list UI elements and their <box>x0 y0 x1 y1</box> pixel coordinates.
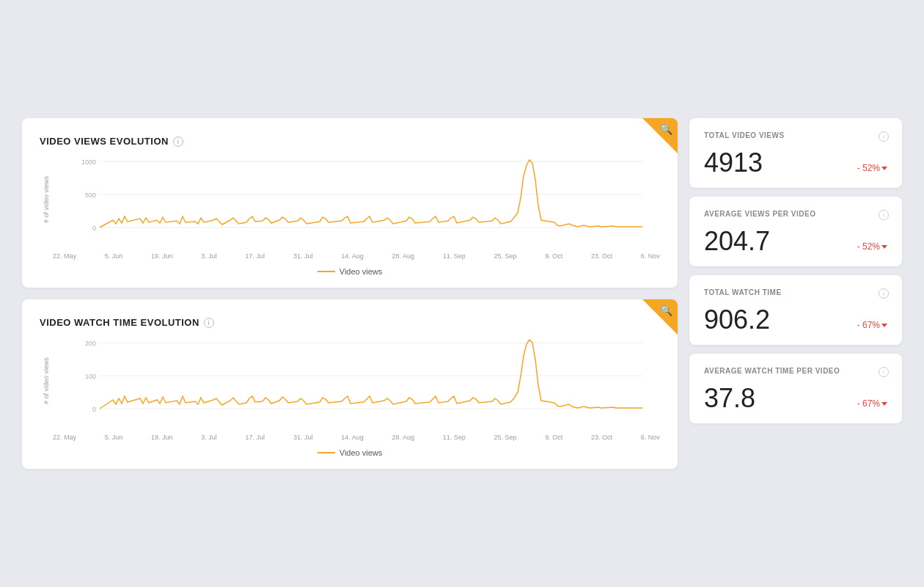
chart-svg-watch: 200 100 0 <box>53 335 660 431</box>
stat-change-total-watch: - 67% <box>857 320 887 330</box>
y-axis-label-watch: # of video views <box>40 335 50 426</box>
stat-label-total-watch: TOTAL WATCH TIME <box>704 288 887 296</box>
x-label: 14. Aug <box>341 252 364 260</box>
chart-title-watch-text: VIDEO WATCH TIME EVOLUTION <box>40 317 199 328</box>
svg-text:200: 200 <box>85 340 96 347</box>
x-label: 22. May <box>53 434 76 441</box>
legend-label-views: Video views <box>340 267 383 276</box>
video-watch-time-card: VIDEO WATCH TIME EVOLUTION i 🔍 # of vide… <box>22 299 678 469</box>
search-icon-views: 🔍 <box>660 123 672 135</box>
stat-change-text-avg-views: - 52% <box>857 241 880 252</box>
stat-card-avg-watch: AVERAGE WATCH TIME PER VIDEO i 37.8 - 67… <box>689 354 902 423</box>
stat-value-avg-views: 204.7 <box>704 228 770 255</box>
right-panel: TOTAL VIDEO VIEWS i 4913 - 52% AVERAGE V… <box>689 118 902 469</box>
stat-value-total-watch: 906.2 <box>704 307 770 333</box>
svg-text:100: 100 <box>85 373 96 380</box>
x-label: 5. Jun <box>105 434 123 441</box>
video-views-card: VIDEO VIEWS EVOLUTION i 🔍 # of video vie… <box>22 118 678 288</box>
svg-text:0: 0 <box>92 225 96 232</box>
legend-line-icon <box>318 271 335 272</box>
stat-change-text-avg-watch: - 67% <box>857 398 880 409</box>
svg-text:0: 0 <box>92 406 96 413</box>
chart-legend-watch: Video views <box>40 448 660 457</box>
x-label: 5. Jun <box>105 252 123 260</box>
x-label: 3. Jul <box>201 252 217 260</box>
triangle-down-icon-avg <box>881 245 887 249</box>
y-axis-label-views: # of video views <box>40 154 50 245</box>
stat-card-total-watch: TOTAL WATCH TIME i 906.2 - 67% <box>689 275 902 345</box>
x-label: 23. Oct <box>591 434 612 441</box>
x-label: 6. Nov <box>641 252 660 260</box>
x-label: 9. Oct <box>545 252 562 260</box>
stat-info-icon-total-views[interactable]: i <box>879 131 889 142</box>
chart-inner-watch: 200 100 0 22. May 5. Jun 19. Jun 3. Jul … <box>53 335 660 441</box>
svg-text:500: 500 <box>85 192 96 199</box>
stat-info-icon-total-watch[interactable]: i <box>879 288 889 299</box>
stat-row-avg-views: 204.7 - 52% <box>704 228 887 255</box>
chart-title-views: VIDEO VIEWS EVOLUTION i <box>40 136 660 147</box>
x-axis-labels-watch: 22. May 5. Jun 19. Jun 3. Jul 17. Jul 31… <box>53 432 660 441</box>
chart-info-icon-views[interactable]: i <box>173 136 183 147</box>
x-label: 6. Nov <box>641 434 660 441</box>
stat-change-total-views: - 52% <box>857 163 887 173</box>
x-label: 25. Sep <box>494 434 517 441</box>
svg-text:1000: 1000 <box>81 158 96 166</box>
stat-label-avg-watch: AVERAGE WATCH TIME PER VIDEO <box>704 367 887 375</box>
chart-area-watch: # of video views 200 100 0 <box>40 335 660 457</box>
x-label: 11. Sep <box>443 252 466 260</box>
x-label: 28. Aug <box>392 434 414 441</box>
x-label: 23. Oct <box>591 252 612 260</box>
stat-value-total-views: 4913 <box>704 150 763 176</box>
stat-value-avg-watch: 37.8 <box>704 385 755 412</box>
stat-change-text-total-watch: - 67% <box>857 320 880 330</box>
chart-area-views: # of video views 1000 500 0 <box>40 154 660 276</box>
x-axis-labels-views: 22. May 5. Jun 19. Jun 3. Jul 17. Jul 31… <box>53 251 660 260</box>
x-label: 14. Aug <box>341 434 364 441</box>
x-label: 25. Sep <box>494 252 517 260</box>
stat-label-avg-views: AVERAGE VIEWS PER VIDEO <box>704 210 887 218</box>
left-panel: VIDEO VIEWS EVOLUTION i 🔍 # of video vie… <box>22 118 678 469</box>
dashboard: VIDEO VIEWS EVOLUTION i 🔍 # of video vie… <box>0 96 924 491</box>
x-label: 19. Jun <box>151 434 173 441</box>
triangle-down-icon-total-watch <box>881 324 887 327</box>
x-label: 11. Sep <box>443 434 466 441</box>
x-label: 31. Jul <box>293 252 313 260</box>
x-label: 28. Aug <box>392 252 414 260</box>
x-label: 3. Jul <box>201 434 217 441</box>
stat-row-total-watch: 906.2 - 67% <box>704 307 887 333</box>
legend-label-watch: Video views <box>340 448 383 457</box>
stat-change-text: - 52% <box>857 163 880 173</box>
chart-inner-views: 1000 500 0 22. May 5. Jun 19. Jun 3. Jul… <box>53 154 660 260</box>
stat-card-avg-views: AVERAGE VIEWS PER VIDEO i 204.7 - 52% <box>689 197 902 266</box>
stat-info-icon-avg-views[interactable]: i <box>879 210 889 220</box>
x-label: 31. Jul <box>293 434 313 441</box>
stat-change-avg-watch: - 67% <box>857 398 887 409</box>
chart-svg-views: 1000 500 0 <box>53 154 660 249</box>
legend-line-icon-watch <box>318 452 335 453</box>
chart-title-watch: VIDEO WATCH TIME EVOLUTION i <box>40 317 660 328</box>
x-label: 19. Jun <box>151 252 173 260</box>
triangle-down-icon <box>881 167 887 170</box>
chart-info-icon-watch[interactable]: i <box>204 318 214 328</box>
stat-label-total-views: TOTAL VIDEO VIEWS <box>704 131 887 139</box>
triangle-down-icon-avg-watch <box>881 402 887 406</box>
chart-legend-views: Video views <box>40 267 660 276</box>
x-label: 17. Jul <box>246 434 265 441</box>
stat-row-total-views: 4913 - 52% <box>704 150 887 176</box>
x-label: 9. Oct <box>545 434 562 441</box>
stat-info-icon-avg-watch[interactable]: i <box>879 367 889 377</box>
chart-title-text: VIDEO VIEWS EVOLUTION <box>40 136 169 147</box>
x-label: 22. May <box>53 252 76 260</box>
search-icon-watch: 🔍 <box>660 305 672 316</box>
stat-card-total-views: TOTAL VIDEO VIEWS i 4913 - 52% <box>689 118 902 188</box>
stat-row-avg-watch: 37.8 - 67% <box>704 385 887 412</box>
stat-change-avg-views: - 52% <box>857 241 887 252</box>
x-label: 17. Jul <box>246 252 265 260</box>
